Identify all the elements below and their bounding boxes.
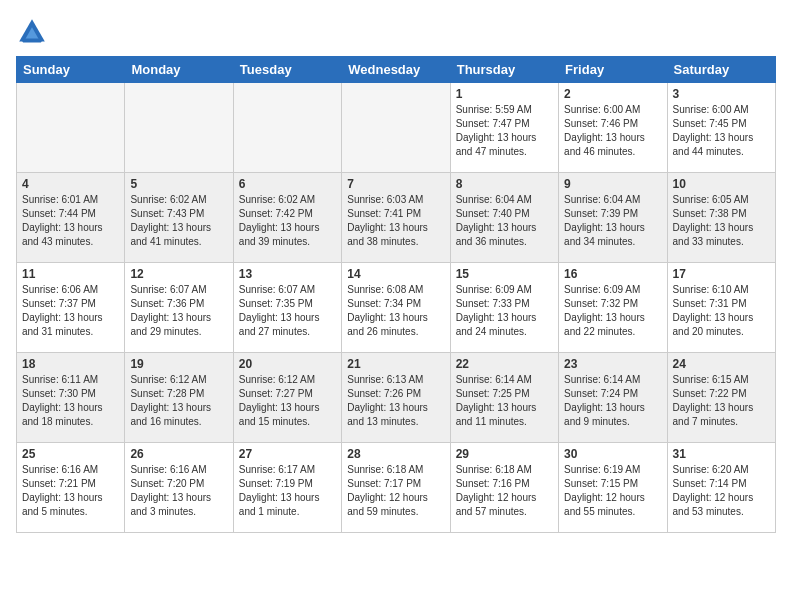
- calendar-cell: 31Sunrise: 6:20 AMSunset: 7:14 PMDayligh…: [667, 443, 775, 533]
- calendar-header-wednesday: Wednesday: [342, 57, 450, 83]
- calendar-week-row: 1Sunrise: 5:59 AMSunset: 7:47 PMDaylight…: [17, 83, 776, 173]
- calendar-cell: 5Sunrise: 6:02 AMSunset: 7:43 PMDaylight…: [125, 173, 233, 263]
- calendar-week-row: 4Sunrise: 6:01 AMSunset: 7:44 PMDaylight…: [17, 173, 776, 263]
- day-info: Sunrise: 6:03 AMSunset: 7:41 PMDaylight:…: [347, 193, 444, 249]
- calendar-cell: 8Sunrise: 6:04 AMSunset: 7:40 PMDaylight…: [450, 173, 558, 263]
- day-info: Sunrise: 6:00 AMSunset: 7:46 PMDaylight:…: [564, 103, 661, 159]
- day-number: 26: [130, 447, 227, 461]
- day-info: Sunrise: 6:16 AMSunset: 7:20 PMDaylight:…: [130, 463, 227, 519]
- day-info: Sunrise: 6:11 AMSunset: 7:30 PMDaylight:…: [22, 373, 119, 429]
- day-number: 3: [673, 87, 770, 101]
- day-info: Sunrise: 6:12 AMSunset: 7:28 PMDaylight:…: [130, 373, 227, 429]
- day-number: 15: [456, 267, 553, 281]
- calendar-cell: 20Sunrise: 6:12 AMSunset: 7:27 PMDayligh…: [233, 353, 341, 443]
- day-number: 5: [130, 177, 227, 191]
- svg-rect-2: [22, 38, 41, 42]
- calendar-header-sunday: Sunday: [17, 57, 125, 83]
- calendar-cell: 27Sunrise: 6:17 AMSunset: 7:19 PMDayligh…: [233, 443, 341, 533]
- calendar-header-tuesday: Tuesday: [233, 57, 341, 83]
- day-info: Sunrise: 6:04 AMSunset: 7:39 PMDaylight:…: [564, 193, 661, 249]
- day-number: 8: [456, 177, 553, 191]
- calendar-week-row: 25Sunrise: 6:16 AMSunset: 7:21 PMDayligh…: [17, 443, 776, 533]
- day-number: 24: [673, 357, 770, 371]
- day-number: 28: [347, 447, 444, 461]
- calendar-cell: 26Sunrise: 6:16 AMSunset: 7:20 PMDayligh…: [125, 443, 233, 533]
- day-info: Sunrise: 6:02 AMSunset: 7:43 PMDaylight:…: [130, 193, 227, 249]
- day-info: Sunrise: 6:05 AMSunset: 7:38 PMDaylight:…: [673, 193, 770, 249]
- calendar-cell: 30Sunrise: 6:19 AMSunset: 7:15 PMDayligh…: [559, 443, 667, 533]
- calendar-cell: 15Sunrise: 6:09 AMSunset: 7:33 PMDayligh…: [450, 263, 558, 353]
- calendar-header-saturday: Saturday: [667, 57, 775, 83]
- calendar-cell: 1Sunrise: 5:59 AMSunset: 7:47 PMDaylight…: [450, 83, 558, 173]
- calendar-cell: 6Sunrise: 6:02 AMSunset: 7:42 PMDaylight…: [233, 173, 341, 263]
- day-number: 1: [456, 87, 553, 101]
- calendar-header-row: SundayMondayTuesdayWednesdayThursdayFrid…: [17, 57, 776, 83]
- day-number: 14: [347, 267, 444, 281]
- day-number: 29: [456, 447, 553, 461]
- day-info: Sunrise: 6:18 AMSunset: 7:16 PMDaylight:…: [456, 463, 553, 519]
- day-number: 6: [239, 177, 336, 191]
- day-info: Sunrise: 6:04 AMSunset: 7:40 PMDaylight:…: [456, 193, 553, 249]
- day-info: Sunrise: 6:20 AMSunset: 7:14 PMDaylight:…: [673, 463, 770, 519]
- calendar-cell: [233, 83, 341, 173]
- day-info: Sunrise: 6:10 AMSunset: 7:31 PMDaylight:…: [673, 283, 770, 339]
- day-info: Sunrise: 6:17 AMSunset: 7:19 PMDaylight:…: [239, 463, 336, 519]
- day-info: Sunrise: 6:14 AMSunset: 7:24 PMDaylight:…: [564, 373, 661, 429]
- calendar-cell: [342, 83, 450, 173]
- day-info: Sunrise: 6:07 AMSunset: 7:35 PMDaylight:…: [239, 283, 336, 339]
- calendar-cell: 4Sunrise: 6:01 AMSunset: 7:44 PMDaylight…: [17, 173, 125, 263]
- calendar-week-row: 18Sunrise: 6:11 AMSunset: 7:30 PMDayligh…: [17, 353, 776, 443]
- day-number: 30: [564, 447, 661, 461]
- day-number: 20: [239, 357, 336, 371]
- day-number: 12: [130, 267, 227, 281]
- calendar-cell: 16Sunrise: 6:09 AMSunset: 7:32 PMDayligh…: [559, 263, 667, 353]
- day-info: Sunrise: 6:19 AMSunset: 7:15 PMDaylight:…: [564, 463, 661, 519]
- calendar-cell: 24Sunrise: 6:15 AMSunset: 7:22 PMDayligh…: [667, 353, 775, 443]
- day-info: Sunrise: 6:02 AMSunset: 7:42 PMDaylight:…: [239, 193, 336, 249]
- day-info: Sunrise: 6:08 AMSunset: 7:34 PMDaylight:…: [347, 283, 444, 339]
- day-number: 2: [564, 87, 661, 101]
- calendar-cell: 9Sunrise: 6:04 AMSunset: 7:39 PMDaylight…: [559, 173, 667, 263]
- day-info: Sunrise: 6:09 AMSunset: 7:33 PMDaylight:…: [456, 283, 553, 339]
- day-info: Sunrise: 6:14 AMSunset: 7:25 PMDaylight:…: [456, 373, 553, 429]
- calendar-cell: 29Sunrise: 6:18 AMSunset: 7:16 PMDayligh…: [450, 443, 558, 533]
- calendar-cell: 7Sunrise: 6:03 AMSunset: 7:41 PMDaylight…: [342, 173, 450, 263]
- day-number: 25: [22, 447, 119, 461]
- calendar-cell: 10Sunrise: 6:05 AMSunset: 7:38 PMDayligh…: [667, 173, 775, 263]
- calendar-header-monday: Monday: [125, 57, 233, 83]
- day-number: 31: [673, 447, 770, 461]
- day-info: Sunrise: 6:09 AMSunset: 7:32 PMDaylight:…: [564, 283, 661, 339]
- day-number: 19: [130, 357, 227, 371]
- calendar-cell: 11Sunrise: 6:06 AMSunset: 7:37 PMDayligh…: [17, 263, 125, 353]
- calendar-header-thursday: Thursday: [450, 57, 558, 83]
- calendar-cell: [125, 83, 233, 173]
- day-number: 11: [22, 267, 119, 281]
- logo-icon: [16, 16, 48, 48]
- calendar-cell: 17Sunrise: 6:10 AMSunset: 7:31 PMDayligh…: [667, 263, 775, 353]
- day-number: 18: [22, 357, 119, 371]
- day-info: Sunrise: 6:13 AMSunset: 7:26 PMDaylight:…: [347, 373, 444, 429]
- day-info: Sunrise: 6:00 AMSunset: 7:45 PMDaylight:…: [673, 103, 770, 159]
- day-number: 10: [673, 177, 770, 191]
- day-number: 17: [673, 267, 770, 281]
- calendar-cell: 28Sunrise: 6:18 AMSunset: 7:17 PMDayligh…: [342, 443, 450, 533]
- day-number: 4: [22, 177, 119, 191]
- day-info: Sunrise: 5:59 AMSunset: 7:47 PMDaylight:…: [456, 103, 553, 159]
- calendar-cell: 23Sunrise: 6:14 AMSunset: 7:24 PMDayligh…: [559, 353, 667, 443]
- calendar-cell: 25Sunrise: 6:16 AMSunset: 7:21 PMDayligh…: [17, 443, 125, 533]
- calendar-cell: 12Sunrise: 6:07 AMSunset: 7:36 PMDayligh…: [125, 263, 233, 353]
- day-number: 21: [347, 357, 444, 371]
- day-info: Sunrise: 6:12 AMSunset: 7:27 PMDaylight:…: [239, 373, 336, 429]
- day-number: 13: [239, 267, 336, 281]
- calendar-cell: 21Sunrise: 6:13 AMSunset: 7:26 PMDayligh…: [342, 353, 450, 443]
- day-info: Sunrise: 6:07 AMSunset: 7:36 PMDaylight:…: [130, 283, 227, 339]
- day-info: Sunrise: 6:06 AMSunset: 7:37 PMDaylight:…: [22, 283, 119, 339]
- day-number: 7: [347, 177, 444, 191]
- day-info: Sunrise: 6:15 AMSunset: 7:22 PMDaylight:…: [673, 373, 770, 429]
- calendar-cell: 3Sunrise: 6:00 AMSunset: 7:45 PMDaylight…: [667, 83, 775, 173]
- page-header: [16, 16, 776, 48]
- logo: [16, 16, 52, 48]
- day-info: Sunrise: 6:18 AMSunset: 7:17 PMDaylight:…: [347, 463, 444, 519]
- calendar-week-row: 11Sunrise: 6:06 AMSunset: 7:37 PMDayligh…: [17, 263, 776, 353]
- day-number: 27: [239, 447, 336, 461]
